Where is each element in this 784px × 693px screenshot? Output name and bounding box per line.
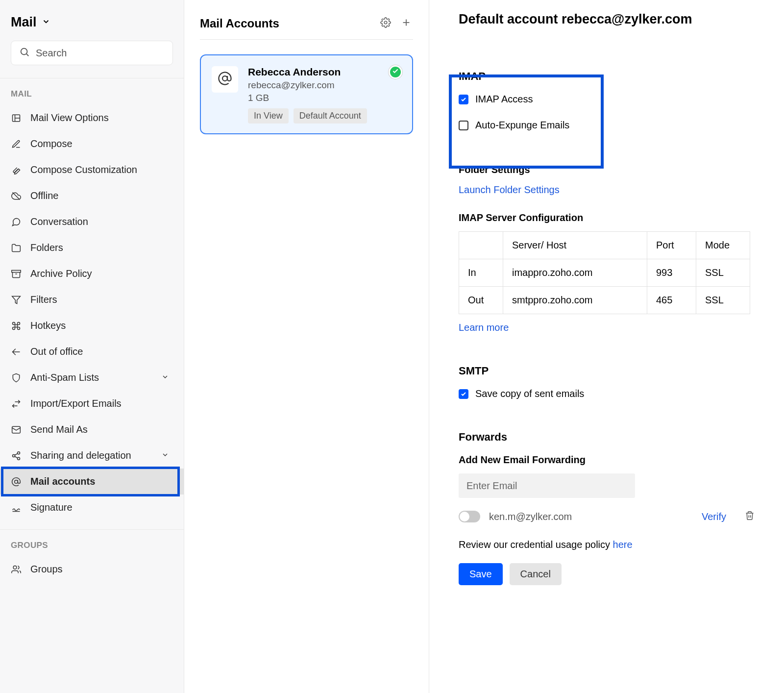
nav-import-export[interactable]: Import/Export Emails xyxy=(0,391,184,417)
nav-label: Anti-Spam Lists xyxy=(30,372,99,383)
server-config-heading: IMAP Server Configuration xyxy=(459,212,755,223)
at-icon xyxy=(11,476,22,487)
plane-icon xyxy=(11,346,22,357)
accounts-column: Mail Accounts Rebecca Anderson rebecca@z… xyxy=(184,0,429,693)
compose-icon xyxy=(11,139,22,149)
nav-label: Archive Policy xyxy=(30,268,92,279)
smtp-heading: SMTP xyxy=(459,365,755,377)
auto-expunge-row[interactable]: Auto-Expunge Emails xyxy=(459,120,755,131)
smtp-section: SMTP Save copy of sent emails xyxy=(459,365,755,399)
command-icon xyxy=(11,321,22,331)
nav-archive-policy[interactable]: Archive Policy xyxy=(0,261,184,287)
search-field[interactable] xyxy=(36,48,165,59)
delete-button[interactable] xyxy=(745,511,755,522)
svg-marker-8 xyxy=(12,296,21,303)
nav-compose[interactable]: Compose xyxy=(0,131,184,157)
nav-label: Groups xyxy=(30,564,63,575)
svg-point-17 xyxy=(15,480,18,483)
folder-settings-section: Folder Settings Launch Folder Settings xyxy=(459,164,755,196)
signature-icon xyxy=(11,502,22,513)
sidebar: Mail MAIL Mail View Options Compose Comp… xyxy=(0,0,184,693)
nav-sharing-delegation[interactable]: Sharing and delegation xyxy=(0,443,184,469)
nav-label: Offline xyxy=(30,190,58,201)
nav-label: Sharing and delegation xyxy=(30,450,131,461)
message-icon xyxy=(11,217,22,227)
svg-point-23 xyxy=(222,76,227,81)
add-forwarding-heading: Add New Email Forwarding xyxy=(459,454,755,466)
nav-groups[interactable]: Groups xyxy=(0,556,184,582)
accounts-title: Mail Accounts xyxy=(200,17,372,30)
search-input[interactable] xyxy=(11,41,173,65)
th-port: Port xyxy=(647,232,696,259)
nav-label: Mail accounts xyxy=(30,476,95,487)
nav-compose-customization[interactable]: Compose Customization xyxy=(0,157,184,183)
nav-hotkeys[interactable]: Hotkeys xyxy=(0,313,184,339)
table-row: Out smtppro.zoho.com 465 SSL xyxy=(459,287,750,314)
sidebar-title: Mail xyxy=(11,15,37,30)
td-in-mode: SSL xyxy=(696,259,750,287)
launch-folder-settings-link[interactable]: Launch Folder Settings xyxy=(459,184,560,195)
checkbox-checked-icon[interactable] xyxy=(459,389,468,399)
nav-out-of-office[interactable]: Out of office xyxy=(0,339,184,365)
nav-label: Mail View Options xyxy=(30,112,109,124)
cloud-off-icon xyxy=(11,191,22,201)
verify-link[interactable]: Verify xyxy=(702,511,726,522)
sidebar-header[interactable]: Mail xyxy=(0,9,184,41)
imap-access-row[interactable]: IMAP Access xyxy=(459,94,755,105)
td-out-port: 465 xyxy=(647,287,696,314)
checkbox-unchecked-icon[interactable] xyxy=(459,121,468,130)
forward-email-input[interactable] xyxy=(459,473,635,498)
plus-icon xyxy=(401,17,412,30)
save-copy-row[interactable]: Save copy of sent emails xyxy=(459,388,755,399)
checkbox-checked-icon[interactable] xyxy=(459,95,468,104)
folder-settings-heading: Folder Settings xyxy=(459,164,755,175)
account-name: Rebecca Anderson xyxy=(248,66,401,78)
save-button[interactable]: Save xyxy=(459,563,503,585)
add-account-button[interactable] xyxy=(399,17,413,30)
nav-mail-view-options[interactable]: Mail View Options xyxy=(0,105,184,131)
trash-icon xyxy=(745,514,755,522)
forwards-heading: Forwards xyxy=(459,431,755,444)
nav-label: Conversation xyxy=(30,216,88,227)
gear-icon xyxy=(380,17,391,30)
nav-label: Compose Customization xyxy=(30,164,137,175)
nav-folders[interactable]: Folders xyxy=(0,235,184,261)
nav-label: Signature xyxy=(30,502,73,513)
table-header-row: Server/ Host Port Mode xyxy=(459,232,750,259)
users-icon xyxy=(11,564,22,575)
nav-mail-accounts[interactable]: Mail accounts xyxy=(0,469,184,495)
nav-filters[interactable]: Filters xyxy=(0,287,184,313)
policy-link[interactable]: here xyxy=(613,539,633,550)
imap-access-label: IMAP Access xyxy=(475,94,533,105)
detail-title: Default account rebecca@zylker.com xyxy=(459,12,755,27)
chevron-down-icon xyxy=(161,372,169,383)
nav-label: Folders xyxy=(30,242,63,253)
account-card[interactable]: Rebecca Anderson rebecca@zylker.com 1 GB… xyxy=(200,54,413,134)
button-row: Save Cancel xyxy=(459,563,755,585)
td-in-host: imappro.zoho.com xyxy=(503,259,647,287)
section-label-mail: MAIL xyxy=(0,84,184,105)
learn-more-link[interactable]: Learn more xyxy=(459,322,509,333)
chevron-down-icon xyxy=(37,17,50,28)
td-out-mode: SSL xyxy=(696,287,750,314)
import-export-icon xyxy=(11,398,22,409)
nav-signature[interactable]: Signature xyxy=(0,495,184,520)
account-email: rebecca@zylker.com xyxy=(248,80,401,91)
account-avatar xyxy=(212,66,238,93)
detail-column: Default account rebecca@zylker.com IMAP … xyxy=(429,0,784,693)
filter-icon xyxy=(11,295,22,305)
nav-send-mail-as[interactable]: Send Mail As xyxy=(0,417,184,443)
folder-icon xyxy=(11,243,22,253)
layout-icon xyxy=(11,113,22,124)
td-out-host: smtppro.zoho.com xyxy=(503,287,647,314)
save-copy-label: Save copy of sent emails xyxy=(475,388,584,399)
svg-point-14 xyxy=(18,457,20,460)
settings-button[interactable] xyxy=(379,17,392,30)
nav-label: Import/Export Emails xyxy=(30,398,122,409)
nav-offline[interactable]: Offline xyxy=(0,183,184,209)
forward-toggle[interactable] xyxy=(459,511,480,522)
cancel-button[interactable]: Cancel xyxy=(510,563,562,585)
nav-anti-spam[interactable]: Anti-Spam Lists xyxy=(0,365,184,391)
forward-entry-row: ken.m@zylker.com Verify xyxy=(459,511,755,522)
nav-conversation[interactable]: Conversation xyxy=(0,209,184,235)
